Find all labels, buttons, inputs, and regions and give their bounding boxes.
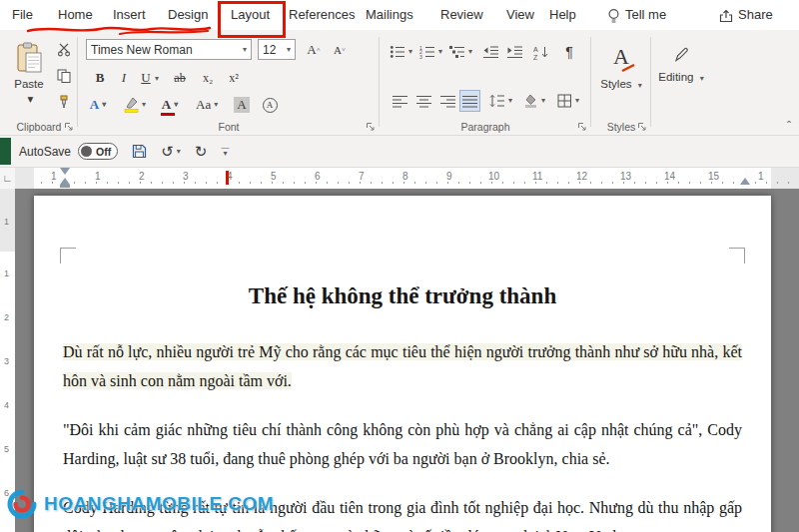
tab-review[interactable]: Review [440,0,483,30]
numbering-button[interactable]: 123 ▾ [417,41,444,63]
text-effects-button[interactable]: A ▾ [86,94,110,116]
left-indent-marker[interactable] [60,185,70,188]
save-button[interactable] [132,144,147,159]
tab-mailings[interactable]: Mailings [366,0,413,30]
copy-button[interactable] [54,66,74,86]
tab-insert[interactable]: Insert [113,0,146,30]
superscript-button[interactable]: x² [222,67,246,89]
watermark-logo-icon [6,488,38,520]
ruler-number: 15 [708,171,719,182]
increase-indent-button[interactable] [503,41,527,63]
character-shading-button[interactable]: A [230,94,254,116]
show-formatting-marks-button[interactable]: ¶ [557,41,581,63]
font-group-label: Font [78,121,380,133]
enclose-characters-button[interactable]: A [258,94,282,116]
clipboard-dialog-launcher[interactable] [64,122,73,131]
italic-button[interactable]: I [112,67,136,89]
redo-icon: ↻ [195,143,208,161]
chevron-down-icon: ▾ [243,46,247,54]
chevron-down-icon: ▾ [102,101,106,109]
format-painter-button[interactable] [54,92,74,112]
watermark-text: HOANGHAMOBILE.COM [44,493,274,515]
font-name-combo[interactable]: Times New Roman ▾ [86,39,252,60]
collapse-ribbon-button[interactable]: ˆ [777,116,799,138]
strikethrough-button[interactable]: ab [168,67,192,89]
bullets-button[interactable]: ▾ [388,41,414,63]
ruler-number: 1 [95,171,101,182]
paragraph-text: "Đôi khi cảm giác những tiêu chí thành c… [63,421,742,467]
highlight-button[interactable]: ▾ [122,94,148,116]
enclose-characters-glyph: A [263,98,278,113]
paragraph-dialog-launcher[interactable] [577,122,586,131]
vertical-ruler[interactable]: 1 1 2 3 4 5 6 [0,189,15,532]
ruler-number: 12 [576,171,587,182]
tab-help[interactable]: Help [549,0,576,30]
editing-button[interactable]: Editing ▾ [651,46,711,83]
paragraph: Dù rất nỗ lực, nhiều người trẻ Mỹ cho rằ… [63,337,742,395]
grow-font-glyph: A [307,42,316,58]
tab-design[interactable]: Design [168,0,208,30]
underline-dropdown-icon[interactable]: ▾ [155,75,159,83]
tab-tell-me[interactable]: Tell me [607,0,666,30]
tab-file[interactable]: File [12,0,33,30]
styles-dialog-launcher[interactable] [637,122,646,131]
styles-button[interactable]: A Styles ▾ [591,44,651,90]
tab-home[interactable]: Home [58,0,93,30]
align-center-button[interactable] [411,90,435,112]
paste-button[interactable]: Paste ▾ [7,38,51,128]
borders-button[interactable]: ▾ [555,90,581,112]
chevron-down-icon: ▾ [700,74,704,83]
pilcrow-icon: ¶ [565,44,573,60]
multilevel-list-button[interactable]: ▾ [447,41,474,63]
justify-icon [462,95,477,108]
hanging-indent-marker[interactable] [60,178,70,185]
horizontal-ruler[interactable]: 1 1 2 3 4 5 6 7 8 9 10 11 12 13 14 15 1 [15,167,799,189]
right-indent-marker[interactable] [740,178,750,185]
change-case-button[interactable]: Aa ▾ [194,94,220,116]
align-left-button[interactable] [388,90,411,112]
first-line-indent-marker[interactable] [60,168,70,175]
redo-button[interactable]: ↻ [195,143,208,161]
customize-quick-access-button[interactable]: — ▾ [221,145,229,158]
ruler-number: 4 [4,400,9,410]
document-page[interactable]: Thế hệ không thể trưởng thành Dù rất nỗ … [34,196,771,532]
ruler-number: 8 [402,171,408,182]
align-right-button[interactable] [435,90,459,112]
pencil-icon [651,46,711,64]
ruler-number: 2 [4,312,9,322]
font-name-value: Times New Roman [91,43,193,57]
decrease-indent-button[interactable] [479,41,503,63]
watermark: HOANGHAMOBILE.COM [6,488,274,520]
bold-button[interactable]: B [88,67,112,89]
document-area[interactable]: Thế hệ không thể trưởng thành Dù rất nỗ … [15,189,799,532]
highlighter-icon [124,97,139,113]
grow-font-button[interactable]: A˄ [302,39,326,61]
font-dialog-launcher[interactable] [366,122,375,131]
tab-references[interactable]: References [289,0,355,30]
share-button[interactable]: Share [719,0,773,30]
paragraph-group: ▾ 123 ▾ ▾ AZ ¶ [380,30,591,135]
ruler-number: 1 [4,268,9,278]
line-spacing-button[interactable]: ▾ [487,90,514,112]
paragraph-group-label: Paragraph [380,121,591,133]
tab-selector[interactable]: ∟ [0,167,16,189]
subscript-button[interactable]: x₂ [196,67,220,89]
sort-button[interactable]: AZ [529,41,553,63]
chevron-down-icon: ▾ [541,97,545,105]
autosave-toggle[interactable]: AutoSave Off [19,143,118,160]
tab-stop-icon: ∟ [3,173,13,184]
styles-icon: A [613,44,629,70]
ruler-number: 7 [359,171,365,182]
cut-button[interactable] [54,40,74,60]
font-color-button[interactable]: A ▾ [158,94,182,116]
shading-button[interactable]: ▾ [521,90,547,112]
tell-me-label: Tell me [625,7,666,22]
shrink-font-button[interactable]: A˅ [328,39,352,61]
font-size-combo[interactable]: 12 ▾ [258,39,296,60]
tab-view[interactable]: View [506,0,534,30]
save-icon [132,144,147,159]
undo-button[interactable]: ↺ ▾ [161,143,181,161]
justify-button[interactable] [459,90,480,112]
tab-layout[interactable]: Layout [231,0,270,30]
chevron-down-icon: ▾ [638,81,642,90]
